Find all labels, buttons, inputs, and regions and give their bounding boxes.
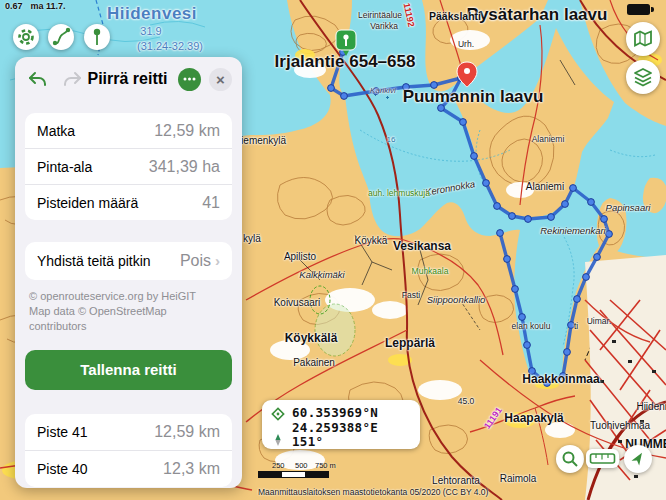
search-icon xyxy=(560,449,580,469)
route-waypoint[interactable] xyxy=(606,231,613,238)
route-waypoint[interactable] xyxy=(601,216,608,223)
redo-button[interactable] xyxy=(61,67,85,91)
route-waypoint[interactable] xyxy=(341,93,348,100)
draw-route-panel: Piirrä reitti × Matka 12,59 km Pinta-ala… xyxy=(15,57,242,488)
close-button[interactable]: × xyxy=(209,68,232,91)
attribution-line: © openrouteservice.org by HeiGIT xyxy=(29,289,230,304)
undo-icon xyxy=(27,71,47,88)
compass-icon xyxy=(270,433,286,447)
panel-header: Piirrä reitti × xyxy=(15,57,242,101)
more-options-button[interactable] xyxy=(178,68,201,91)
map-style-button[interactable] xyxy=(626,22,660,56)
ruler-icon xyxy=(589,452,616,465)
coordinates-box: 60.353969°N 24.259388°E 151° xyxy=(262,400,420,449)
map-app-screen: Hiidenvesi31.9(31.24-32.39)Rysätarhan la… xyxy=(0,0,666,500)
longitude-value: 24.259388°E xyxy=(292,420,378,435)
stat-label: Pisteiden määrä xyxy=(37,195,138,211)
heading-value: 151° xyxy=(292,434,323,449)
route-waypoint[interactable] xyxy=(509,213,516,220)
scale-label: 250 xyxy=(272,461,285,470)
route-points-card: Piste 41 12,59 km Piste 40 12,3 km xyxy=(25,414,232,487)
status-text: 0.67ma 11.7. xyxy=(5,1,74,11)
attribution-line: contributors xyxy=(29,319,230,334)
route-waypoint[interactable] xyxy=(570,185,577,192)
route-waypoint[interactable] xyxy=(594,254,601,261)
point-label: Piste 40 xyxy=(37,461,88,477)
measure-button[interactable] xyxy=(586,449,619,468)
attribution-line: Map data © OpenStreetMap xyxy=(29,304,230,319)
route-waypoint[interactable] xyxy=(524,342,531,349)
stat-label: Pinta-ala xyxy=(37,159,92,175)
stat-row-points: Pisteiden määrä 41 xyxy=(25,184,232,220)
stat-label: Matka xyxy=(37,123,75,139)
latitude-value: 60.353969°N xyxy=(292,405,378,420)
route-waypoint[interactable] xyxy=(483,180,490,187)
scale-label: 750 m xyxy=(315,461,336,470)
service-attribution: © openrouteservice.org by HeiGIT Map dat… xyxy=(29,289,230,334)
point-value: 12,3 km xyxy=(163,460,220,478)
connect-roads-value: Pois› xyxy=(180,252,220,270)
route-waypoint[interactable] xyxy=(564,349,571,356)
route-waypoint[interactable] xyxy=(519,314,526,321)
route-waypoint[interactable] xyxy=(562,201,569,208)
settings-button[interactable] xyxy=(13,24,39,50)
route-waypoint[interactable] xyxy=(574,296,581,303)
route-waypoint[interactable] xyxy=(560,373,567,380)
route-waypoint[interactable] xyxy=(525,216,532,223)
scale-bar: 250 500 750 m xyxy=(258,461,338,481)
crosshair-icon xyxy=(270,407,286,421)
point-row[interactable]: Piste 40 12,3 km xyxy=(25,450,232,487)
speed-value: 0.67 xyxy=(5,1,23,11)
layers-button[interactable] xyxy=(626,60,660,94)
stat-row-area: Pinta-ala 341,39 ha xyxy=(25,148,232,184)
route-waypoint[interactable] xyxy=(494,203,501,210)
stat-row-distance: Matka 12,59 km xyxy=(25,113,232,148)
route-waypoint[interactable] xyxy=(403,84,410,91)
route-waypoint[interactable] xyxy=(583,274,590,281)
battery-icon xyxy=(627,4,654,15)
locate-button[interactable] xyxy=(624,445,652,473)
route-waypoint[interactable] xyxy=(504,256,511,263)
add-pin-icon xyxy=(87,27,107,47)
close-icon: × xyxy=(216,72,225,87)
panel-title: Piirrä reitti xyxy=(85,70,170,88)
stat-value: 41 xyxy=(202,194,220,212)
route-waypoint[interactable] xyxy=(438,105,445,112)
route-waypoint[interactable] xyxy=(471,153,478,160)
point-label: Piste 41 xyxy=(37,424,88,440)
draw-route-icon xyxy=(51,27,71,47)
point-value: 12,59 km xyxy=(154,423,220,441)
redo-icon xyxy=(63,71,83,88)
route-waypoint[interactable] xyxy=(431,82,438,89)
layers-icon xyxy=(632,66,654,88)
settings-icon xyxy=(16,27,36,47)
draw-route-button[interactable] xyxy=(48,24,74,50)
route-waypoint[interactable] xyxy=(529,368,536,375)
locate-icon xyxy=(628,449,648,469)
route-waypoint[interactable] xyxy=(448,94,455,101)
connect-roads-card: Yhdistä teitä pitkin Pois› xyxy=(25,242,232,280)
route-waypoint[interactable] xyxy=(328,85,335,92)
connect-roads-row[interactable]: Yhdistä teitä pitkin Pois› xyxy=(25,242,232,280)
stat-value: 12,59 km xyxy=(154,122,220,140)
route-waypoint[interactable] xyxy=(548,214,555,221)
map-style-icon xyxy=(632,29,654,49)
route-waypoint[interactable] xyxy=(512,286,519,293)
route-waypoint[interactable] xyxy=(568,322,575,329)
route-waypoint[interactable] xyxy=(588,199,595,206)
point-row[interactable]: Piste 41 12,59 km xyxy=(25,414,232,450)
date-value: ma 11.7. xyxy=(31,1,66,11)
route-waypoint[interactable] xyxy=(373,88,380,95)
connect-roads-label: Yhdistä teitä pitkin xyxy=(37,253,151,269)
stat-value: 341,39 ha xyxy=(149,158,220,176)
search-button[interactable] xyxy=(556,445,584,473)
scale-label: 500 xyxy=(295,461,308,470)
save-route-button[interactable]: Tallenna reitti xyxy=(25,350,232,390)
more-icon xyxy=(183,77,196,81)
undo-button[interactable] xyxy=(25,67,49,91)
add-pin-button[interactable] xyxy=(84,24,110,50)
route-waypoint[interactable] xyxy=(544,380,551,387)
route-waypoint[interactable] xyxy=(460,119,467,126)
route-waypoint[interactable] xyxy=(497,230,504,237)
route-stats-card: Matka 12,59 km Pinta-ala 341,39 ha Piste… xyxy=(25,113,232,220)
